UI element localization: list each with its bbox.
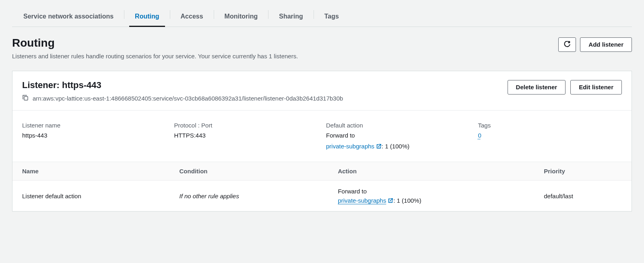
listener-card: Listener: https-443 arn:aws:vpc-lattice:… [12, 71, 632, 212]
col-action[interactable]: Action [328, 162, 534, 181]
rule-action-target-link[interactable]: private-subgraphs [338, 197, 393, 204]
delete-listener-button[interactable]: Delete listener [508, 80, 566, 95]
listener-title: Listener: https-443 [22, 80, 343, 90]
tabs-bar: Service network associations Routing Acc… [12, 0, 632, 27]
copy-icon[interactable] [22, 95, 29, 102]
rule-name: Listener default action [12, 181, 170, 212]
default-action-target-link[interactable]: private-subgraphs [326, 143, 382, 150]
tab-tags[interactable]: Tags [321, 8, 342, 27]
rule-action-target-name: private-subgraphs [338, 197, 386, 204]
rule-condition: If no other rule applies [170, 181, 328, 212]
tab-access[interactable]: Access [178, 8, 206, 27]
refresh-icon [564, 41, 571, 48]
default-action-label: Default action [326, 122, 470, 129]
rule-action-forward-to: Forward to [338, 188, 524, 195]
rule-priority: default/last [534, 181, 632, 212]
table-row: Listener default action If no other rule… [12, 181, 632, 212]
listener-name-value: https-443 [22, 132, 166, 139]
rules-table: Name Condition Action Priority Listener … [12, 162, 632, 211]
add-listener-button[interactable]: Add listener [580, 37, 632, 52]
tags-label: Tags [478, 122, 622, 129]
external-link-icon [376, 144, 382, 149]
divider [214, 10, 214, 19]
col-priority[interactable]: Priority [534, 162, 632, 181]
tab-sharing[interactable]: Sharing [276, 8, 306, 27]
listener-title-prefix: Listener: [22, 80, 62, 90]
default-action-target-name: private-subgraphs [326, 143, 374, 150]
divider [124, 10, 124, 19]
tab-monitoring[interactable]: Monitoring [221, 8, 261, 27]
listener-arn: arn:aws:vpc-lattice:us-east-1:4866685024… [33, 95, 343, 102]
tags-count[interactable]: 0 [478, 132, 481, 139]
listener-name-label: Listener name [22, 122, 166, 129]
svg-rect-0 [24, 97, 28, 100]
col-name[interactable]: Name [12, 162, 170, 181]
divider [314, 10, 314, 19]
edit-listener-button[interactable]: Edit listener [570, 80, 622, 95]
tab-service-network-associations[interactable]: Service network associations [20, 8, 117, 27]
default-action-target-suffix: : 1 (100%) [382, 143, 409, 150]
external-link-icon [388, 198, 393, 203]
listener-title-value: https-443 [62, 80, 101, 90]
rule-action-target-suffix: : 1 (100%) [393, 197, 421, 204]
divider [268, 10, 268, 19]
divider [170, 10, 170, 19]
page-subtitle: Listeners and listener rules handle rout… [12, 53, 298, 60]
protocol-port-value: HTTPS:443 [174, 132, 318, 139]
page-title: Routing [12, 37, 298, 49]
protocol-port-label: Protocol : Port [174, 122, 318, 129]
rule-action: Forward to private-subgraphs [328, 181, 534, 212]
refresh-button[interactable] [558, 37, 576, 52]
tab-routing[interactable]: Routing [132, 8, 162, 27]
col-condition[interactable]: Condition [170, 162, 328, 181]
default-action-forward-to: Forward to [326, 132, 470, 139]
